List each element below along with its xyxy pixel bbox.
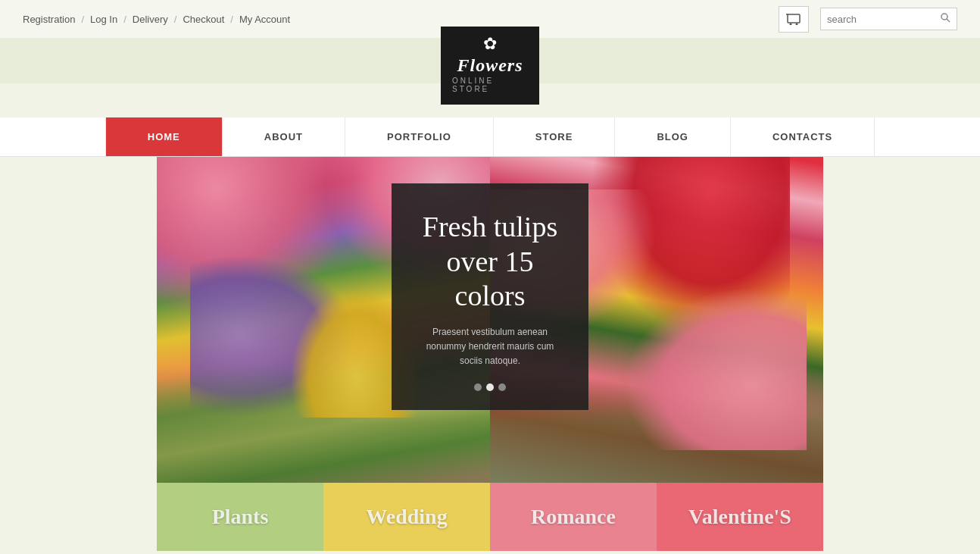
category-valentines[interactable]: Valentine'S xyxy=(657,483,823,551)
nav-store[interactable]: STORE xyxy=(494,117,616,156)
svg-point-2 xyxy=(790,23,792,26)
hero-slider: Fresh tulips over 15 colors Praesent ves… xyxy=(157,157,823,483)
logo-flower-icon: ✿ xyxy=(483,34,497,54)
logo-box[interactable]: ✿ Flowers ONLINE STORE xyxy=(441,27,539,105)
topnav-login[interactable]: Log In xyxy=(90,14,117,25)
nav-blog[interactable]: BLOG xyxy=(615,117,731,156)
category-romance-label: Romance xyxy=(531,505,616,529)
hero-section: Fresh tulips over 15 colors Praesent ves… xyxy=(0,157,980,483)
svg-line-5 xyxy=(947,19,950,22)
main-nav: HOME ABOUT PORTFOLIO STORE BLOG CONTACTS xyxy=(0,117,980,157)
category-valentines-label: Valentine'S xyxy=(688,505,791,529)
topnav-checkout[interactable]: Checkout xyxy=(183,14,224,25)
nav-home[interactable]: HOME xyxy=(105,117,223,156)
search-icon xyxy=(941,13,950,23)
category-wedding-label: Wedding xyxy=(366,505,447,529)
slide-description: Praesent vestibulum aenean nonummy hendr… xyxy=(414,325,566,369)
cart-button[interactable] xyxy=(779,6,809,33)
search-button[interactable] xyxy=(935,13,957,25)
slide-title: Fresh tulips over 15 colors xyxy=(414,210,566,314)
svg-rect-0 xyxy=(788,14,800,23)
search-box xyxy=(820,8,957,30)
dot-1[interactable] xyxy=(474,383,482,391)
topnav-delivery[interactable]: Delivery xyxy=(133,14,168,25)
topnav-myaccount[interactable]: My Account xyxy=(239,14,290,25)
category-romance[interactable]: Romance xyxy=(490,483,657,551)
logo-tagline: ONLINE STORE xyxy=(452,77,528,93)
cart-icon xyxy=(786,13,801,25)
logo-brand: Flowers xyxy=(457,55,523,75)
page-wrapper: Registration / Log In / Delivery / Check… xyxy=(0,0,980,554)
category-wedding[interactable]: Wedding xyxy=(323,483,490,551)
svg-point-4 xyxy=(941,14,947,20)
topnav-registration[interactable]: Registration xyxy=(23,14,75,25)
category-strip: Plants Wedding Romance Valentine'S xyxy=(157,483,823,551)
svg-point-3 xyxy=(796,23,798,26)
sep-4: / xyxy=(230,14,233,25)
category-plants[interactable]: Plants xyxy=(157,483,323,551)
sep-3: / xyxy=(174,14,177,25)
dot-2[interactable] xyxy=(486,383,494,391)
category-plants-label: Plants xyxy=(212,505,269,529)
category-strip-wrapper: Plants Wedding Romance Valentine'S xyxy=(0,483,980,551)
search-input[interactable] xyxy=(821,14,935,25)
slide-text-box: Fresh tulips over 15 colors Praesent ves… xyxy=(392,183,588,410)
sep-2: / xyxy=(123,14,126,25)
top-right xyxy=(779,6,957,33)
nav-about[interactable]: ABOUT xyxy=(223,117,345,156)
nav-portfolio[interactable]: PORTFOLIO xyxy=(345,117,494,156)
nav-contacts[interactable]: CONTACTS xyxy=(731,117,875,156)
top-nav: Registration / Log In / Delivery / Check… xyxy=(23,14,290,25)
dot-3[interactable] xyxy=(498,383,506,391)
slide-dots xyxy=(414,383,566,391)
sep-1: / xyxy=(81,14,84,25)
header-container: ✿ Flowers ONLINE STORE xyxy=(0,38,980,83)
